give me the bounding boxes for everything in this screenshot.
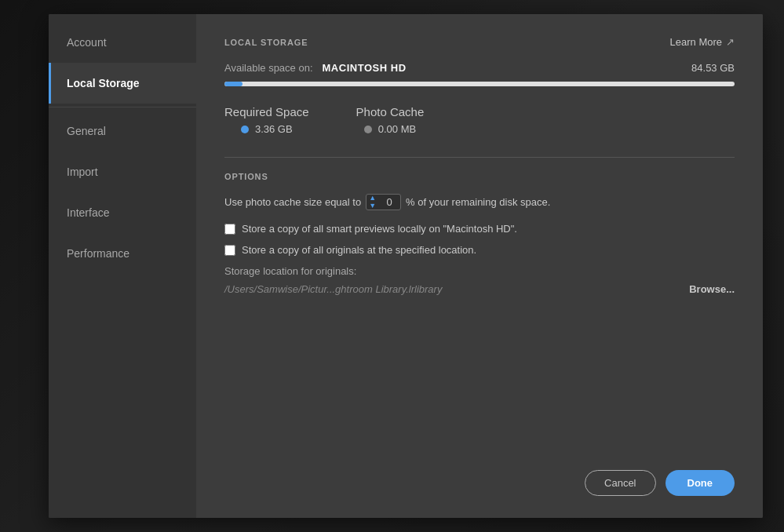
spinner-up-icon[interactable]: ▲ bbox=[369, 195, 376, 202]
content-area: LOCAL STORAGE Learn More ↗ Available spa… bbox=[196, 14, 763, 518]
required-space-title: Required Space bbox=[224, 105, 309, 118]
section-title: LOCAL STORAGE bbox=[224, 38, 308, 47]
sidebar-divider bbox=[49, 107, 196, 107]
browse-button[interactable]: Browse... bbox=[689, 283, 735, 295]
required-space-card: Required Space 3.36 GB bbox=[224, 105, 309, 135]
spinner-arrows[interactable]: ▲ ▼ bbox=[366, 195, 378, 210]
sidebar-item-label: Interface bbox=[67, 206, 109, 219]
sidebar-item-account[interactable]: Account bbox=[49, 22, 196, 63]
footer: Cancel Done bbox=[224, 454, 735, 496]
external-link-icon: ↗ bbox=[726, 36, 735, 48]
sidebar-item-performance[interactable]: Performance bbox=[49, 233, 196, 274]
smart-previews-option-row: Store a copy of all smart previews local… bbox=[224, 223, 735, 235]
available-label: Available space on: bbox=[224, 62, 313, 74]
originals-label: Store a copy of all originals at the spe… bbox=[242, 244, 476, 256]
originals-option-row: Store a copy of all originals at the spe… bbox=[224, 244, 735, 256]
sidebar-item-label: Performance bbox=[67, 247, 129, 260]
photo-cache-dot bbox=[364, 126, 372, 133]
sidebar-item-general[interactable]: General bbox=[49, 111, 196, 151]
spinner-down-icon[interactable]: ▼ bbox=[369, 202, 376, 210]
storage-location-row: /Users/Samwise/Pictur...ghtroom Library.… bbox=[224, 283, 735, 295]
space-cards: Required Space 3.36 GB Photo Cache 0.00 … bbox=[224, 105, 735, 135]
photo-cache-title: Photo Cache bbox=[356, 105, 425, 118]
cache-size-input[interactable] bbox=[378, 195, 400, 210]
options-section: OPTIONS Use photo cache size equal to ▲ … bbox=[224, 172, 735, 295]
options-divider bbox=[224, 157, 735, 158]
photo-cache-value: 0.00 MB bbox=[378, 123, 416, 135]
sidebar-item-label: Local Storage bbox=[67, 77, 140, 89]
cache-size-row: Use photo cache size equal to ▲ ▼ % of y… bbox=[224, 194, 735, 210]
cache-label-before: Use photo cache size equal to bbox=[224, 196, 361, 208]
preferences-modal: Account Local Storage General Import Int… bbox=[49, 14, 763, 518]
learn-more-label: Learn More bbox=[670, 36, 722, 48]
required-space-value-row: 3.36 GB bbox=[241, 123, 293, 135]
disk-name: MACINTOSH HD bbox=[323, 62, 407, 74]
cache-label-after: % of your remaining disk space. bbox=[406, 196, 550, 208]
originals-checkbox[interactable] bbox=[224, 245, 235, 256]
required-space-dot bbox=[241, 126, 249, 133]
learn-more-link[interactable]: Learn More ↗ bbox=[670, 36, 735, 48]
sidebar-item-import[interactable]: Import bbox=[49, 151, 196, 192]
sidebar-item-label: Account bbox=[67, 36, 107, 49]
progress-bar-fill bbox=[224, 82, 242, 86]
available-space-row: Available space on: MACINTOSH HD 84.53 G… bbox=[224, 62, 735, 74]
options-title: OPTIONS bbox=[224, 172, 735, 181]
photo-cache-card: Photo Cache 0.00 MB bbox=[356, 105, 425, 135]
done-button[interactable]: Done bbox=[665, 470, 735, 496]
photo-cache-value-row: 0.00 MB bbox=[364, 123, 416, 135]
sidebar-item-local-storage[interactable]: Local Storage bbox=[49, 63, 196, 104]
smart-previews-label: Store a copy of all smart previews local… bbox=[242, 223, 517, 235]
storage-location-label: Storage location for originals: bbox=[224, 265, 735, 277]
required-space-value: 3.36 GB bbox=[255, 123, 293, 135]
cancel-button[interactable]: Cancel bbox=[585, 470, 655, 496]
sidebar-item-label: General bbox=[67, 125, 106, 137]
smart-previews-checkbox[interactable] bbox=[224, 224, 235, 235]
storage-path: /Users/Samwise/Pictur...ghtroom Library.… bbox=[224, 283, 442, 295]
sidebar: Account Local Storage General Import Int… bbox=[49, 14, 196, 518]
disk-progress-bar bbox=[224, 82, 735, 86]
disk-size: 84.53 GB bbox=[691, 62, 735, 74]
sidebar-item-label: Import bbox=[67, 166, 98, 178]
cache-size-spinner[interactable]: ▲ ▼ bbox=[366, 194, 401, 210]
sidebar-item-interface[interactable]: Interface bbox=[49, 192, 196, 233]
content-header: LOCAL STORAGE Learn More ↗ bbox=[224, 36, 735, 48]
